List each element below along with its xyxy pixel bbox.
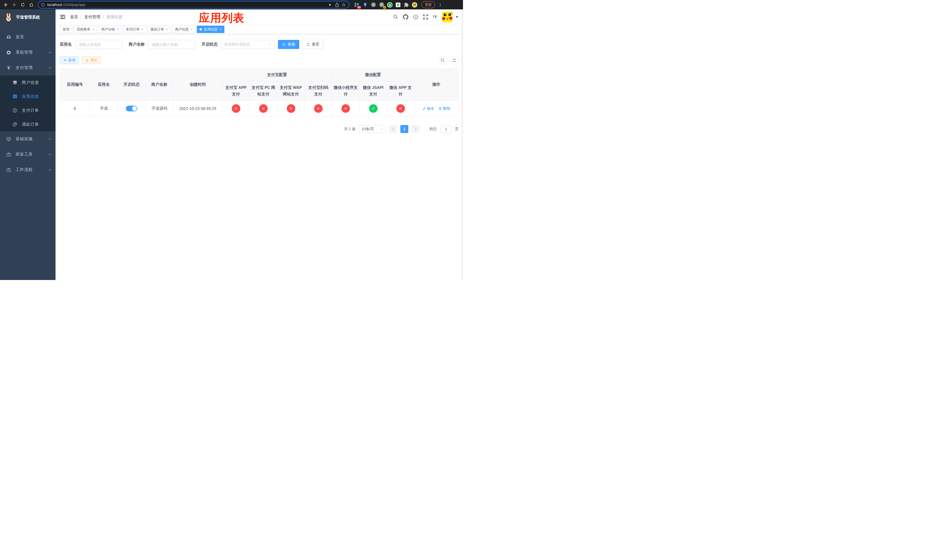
col-app-id: 应用编号 bbox=[60, 69, 90, 101]
breadcrumb-separator: / bbox=[80, 15, 82, 20]
chevron-down-icon bbox=[48, 168, 51, 171]
header-search-button[interactable] bbox=[393, 15, 398, 20]
browser-home-button[interactable] bbox=[28, 2, 35, 8]
green-y-icon: y bbox=[387, 2, 393, 8]
sidebar-item-app-info[interactable]: 应用信息 bbox=[0, 89, 56, 103]
home-icon bbox=[29, 3, 33, 7]
window-scrollbar[interactable] bbox=[461, 9, 463, 280]
breadcrumb-pay[interactable]: 支付管理 bbox=[84, 15, 100, 20]
close-icon[interactable]: × bbox=[191, 28, 192, 31]
reset-button[interactable]: 重置 bbox=[302, 40, 324, 49]
breadcrumb-separator: / bbox=[103, 15, 104, 20]
browser-back-button[interactable] bbox=[2, 2, 9, 8]
tag-pay-orders[interactable]: 支付订单× bbox=[123, 26, 146, 33]
extensions-puzzle-icon[interactable] bbox=[404, 2, 409, 8]
close-icon[interactable]: × bbox=[219, 28, 221, 31]
cell-merchant: 芋道源码 bbox=[145, 101, 173, 117]
tag-user-group[interactable]: 用户分组× bbox=[98, 26, 121, 33]
tag-app-info-active[interactable]: 应用信息× bbox=[197, 26, 224, 33]
font-size-button[interactable]: TT bbox=[433, 15, 437, 19]
password-key-icon[interactable] bbox=[328, 3, 333, 7]
sidebar-item-workflow[interactable]: 工作流程 bbox=[0, 162, 56, 177]
sidebar-item-refund-orders[interactable]: 退款订单 bbox=[0, 117, 56, 131]
help-doc-button[interactable]: ? bbox=[413, 15, 418, 20]
sidebar-collapse-button[interactable] bbox=[60, 15, 65, 20]
browser-forward-button[interactable] bbox=[11, 2, 18, 8]
sidebar-item-label: 基础设施 bbox=[16, 136, 44, 142]
prev-page-button[interactable] bbox=[389, 125, 397, 133]
pinned-extension-icon[interactable]: 10 bbox=[354, 2, 360, 8]
close-icon[interactable]: × bbox=[92, 28, 94, 31]
col-alipay-qr: 支付宝扫码支付 bbox=[305, 81, 332, 101]
sidebar-item-infrastructure[interactable]: 基础设施 bbox=[0, 131, 56, 147]
app-title: 芋道管理系统 bbox=[16, 15, 40, 20]
close-icon[interactable]: × bbox=[142, 28, 143, 31]
cell-created-at: 2021-10-23 08:49:25 bbox=[173, 101, 222, 117]
sidebar-item-label: 退款订单 bbox=[22, 122, 51, 127]
col-wechat-app: 微信 APP 支付 bbox=[387, 81, 414, 101]
y-extension-icon[interactable]: y bbox=[387, 2, 393, 8]
col-alipay-app: 支付宝 APP 支付 bbox=[222, 81, 250, 101]
active-dot bbox=[200, 28, 202, 30]
reset-button-label: 重置 bbox=[312, 42, 319, 47]
enabled-toggle[interactable] bbox=[126, 106, 137, 111]
fullscreen-button[interactable] bbox=[423, 15, 428, 20]
chrome-menu-button[interactable] bbox=[437, 2, 443, 8]
edit-link[interactable]: 修改 bbox=[422, 106, 434, 111]
user-avatar[interactable] bbox=[442, 12, 452, 22]
top-navbar: 首页 / 支付管理 / 应用信息 应用列表 ? T bbox=[56, 9, 463, 25]
merchant-name-input[interactable] bbox=[148, 40, 195, 49]
app-name-input[interactable] bbox=[75, 40, 123, 49]
github-link-button[interactable] bbox=[403, 14, 409, 20]
extensions-row: 10 ⌘ 1 y bbox=[354, 2, 418, 8]
breadcrumb-home[interactable]: 首页 bbox=[70, 15, 78, 20]
bookmark-star-icon[interactable] bbox=[341, 3, 346, 7]
export-button[interactable]: 导出 bbox=[82, 56, 101, 64]
sidebar-item-label: 应用信息 bbox=[22, 94, 51, 99]
gear-icon bbox=[6, 50, 11, 55]
documents-icon bbox=[12, 122, 17, 127]
sidebar-item-merchant-info[interactable]: 商户信息 bbox=[0, 76, 56, 89]
edit-pencil-icon bbox=[422, 107, 426, 110]
refresh-table-button[interactable] bbox=[450, 56, 459, 65]
goto-page-input[interactable] bbox=[440, 125, 452, 133]
status-select[interactable]: 请选择开启状态 bbox=[221, 40, 274, 49]
command-extension-icon[interactable]: ⌘ bbox=[371, 2, 376, 8]
sidebar-item-pay[interactable]: ¥ 支付管理 bbox=[0, 60, 56, 76]
grid-table-icon bbox=[12, 94, 17, 99]
page-size-select[interactable]: 10条/页 bbox=[359, 125, 386, 133]
tag-flow-form[interactable]: 流程表单× bbox=[74, 26, 97, 33]
tag-label: 用户分组 bbox=[101, 27, 115, 32]
search-button[interactable]: 搜索 bbox=[278, 40, 299, 49]
url-bar[interactable]: localhost:1024/pay/app bbox=[38, 1, 350, 9]
tag-merchant-info[interactable]: 商户信息× bbox=[172, 26, 195, 33]
add-button[interactable]: 新增 bbox=[60, 56, 79, 64]
gem-extension-icon[interactable] bbox=[362, 2, 368, 8]
toggle-search-button[interactable] bbox=[438, 56, 447, 65]
close-icon[interactable]: × bbox=[166, 28, 168, 31]
refresh-icon bbox=[452, 58, 457, 62]
close-icon[interactable]: × bbox=[117, 28, 118, 31]
chevron-down-icon bbox=[48, 153, 51, 156]
tag-home[interactable]: 首页 bbox=[60, 26, 72, 33]
browser-reload-button[interactable] bbox=[20, 2, 26, 8]
tag-refund-orders[interactable]: 退款订单× bbox=[147, 26, 171, 33]
chrome-update-button[interactable]: 更新 bbox=[421, 1, 435, 8]
profile-avatar-icon[interactable] bbox=[412, 2, 418, 8]
sidebar-item-dev-tools[interactable]: 研发工具 bbox=[0, 147, 56, 162]
green-doc-icon bbox=[395, 2, 401, 8]
site-info-icon[interactable] bbox=[41, 3, 45, 7]
sidebar-item-system[interactable]: 系统管理 bbox=[0, 45, 56, 60]
recorder-extension-icon[interactable]: 1 bbox=[379, 2, 384, 8]
sidebar-logo[interactable]: 芋道管理系统 bbox=[0, 9, 56, 25]
sidebar-item-home[interactable]: 首页 bbox=[0, 29, 56, 45]
page-number-1[interactable]: 1 bbox=[400, 125, 409, 133]
next-page-button[interactable] bbox=[412, 125, 420, 133]
sidebar-item-label: 支付订单 bbox=[22, 108, 51, 113]
notes-extension-icon[interactable] bbox=[395, 2, 401, 8]
avatar-dropdown-caret[interactable] bbox=[455, 16, 458, 18]
table-toolbar: 新增 导出 bbox=[60, 56, 459, 65]
share-icon[interactable] bbox=[335, 3, 339, 7]
delete-link[interactable]: 删除 bbox=[439, 106, 450, 111]
sidebar-item-pay-orders[interactable]: ¥ 支付订单 bbox=[0, 103, 56, 117]
